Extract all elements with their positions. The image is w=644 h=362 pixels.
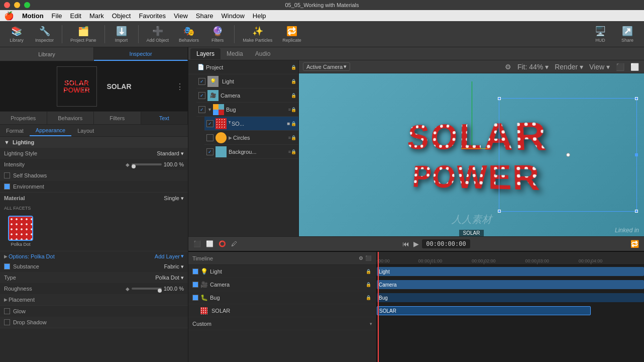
- lighting-header[interactable]: ▼ Lighting: [0, 137, 188, 148]
- timeline-bug-lock[interactable]: 🔒: [365, 294, 372, 301]
- type-value[interactable]: Polka Dot ▾: [155, 275, 184, 281]
- active-camera-dropdown[interactable]: Active Camera ▾: [303, 62, 350, 71]
- material-value[interactable]: Single ▾: [164, 195, 184, 202]
- add-layer-button[interactable]: Add Layer ▾: [155, 253, 184, 259]
- pen-tool[interactable]: 🖊: [230, 239, 238, 248]
- bug-checkbox[interactable]: [198, 106, 205, 113]
- import-button[interactable]: ⬇️ Import: [109, 24, 134, 45]
- audio-tab[interactable]: Audio: [249, 48, 277, 59]
- menu-window[interactable]: Window: [222, 12, 245, 20]
- timeline-track-camera[interactable]: 🎥 Camera 🔒: [188, 278, 376, 291]
- view-grid-btn[interactable]: ⬜: [629, 62, 640, 72]
- layer-circles[interactable]: ▶ Circles ≡ 🔒: [204, 131, 298, 145]
- view-dropdown[interactable]: View ▾: [588, 62, 611, 72]
- behaviors-button[interactable]: 🎭 Behaviors: [175, 24, 203, 45]
- substance-checkbox[interactable]: [4, 263, 10, 269]
- loop-btn[interactable]: 🔁: [629, 239, 640, 249]
- timeline-camera-check[interactable]: [192, 282, 198, 288]
- circle-tool[interactable]: ⭕: [218, 239, 227, 248]
- maximize-button[interactable]: [24, 2, 30, 8]
- minimize-button[interactable]: [14, 2, 20, 8]
- render-dropdown[interactable]: Render ▾: [554, 62, 584, 72]
- intensity-slider[interactable]: [132, 163, 162, 165]
- make-particles-button[interactable]: ✨ Make Particles: [239, 24, 276, 45]
- media-tab[interactable]: Media: [221, 48, 249, 59]
- menu-object[interactable]: Object: [112, 12, 131, 20]
- circles-checkbox[interactable]: [206, 134, 213, 141]
- play-button[interactable]: ▶: [412, 239, 420, 249]
- light-checkbox[interactable]: [198, 78, 205, 85]
- format-sub-tab[interactable]: Format: [0, 125, 30, 136]
- substance-value[interactable]: Fabric ▾: [164, 263, 184, 270]
- facet-item-polka[interactable]: Polka Dot: [8, 216, 33, 247]
- menu-motion[interactable]: Motion: [22, 12, 44, 20]
- preview-drag-handle[interactable]: ⋮: [176, 81, 184, 91]
- hud-button[interactable]: 🖥️ HUD: [588, 24, 613, 45]
- layer-solar-text[interactable]: ᵀ SO... ■ 🔒: [204, 117, 298, 131]
- rect-tool[interactable]: ⬜: [205, 239, 214, 248]
- light-track-bar[interactable]: Light: [377, 267, 644, 276]
- layers-tab[interactable]: Layers: [190, 48, 221, 59]
- close-button[interactable]: [4, 2, 10, 8]
- text-tab[interactable]: Text: [141, 112, 188, 124]
- library-button[interactable]: 📚 Library: [4, 24, 29, 45]
- menu-file[interactable]: File: [52, 12, 62, 20]
- timeline-track-bug[interactable]: 🐛 Bug 🔒: [188, 291, 376, 304]
- add-object-button[interactable]: ➕ Add Object: [143, 24, 173, 45]
- timeline-track-solar[interactable]: SOLAR: [188, 304, 376, 317]
- timeline-track-light[interactable]: 💡 Light 🔒: [188, 265, 376, 278]
- go-to-start-btn[interactable]: ⏮: [401, 239, 410, 249]
- filters-button[interactable]: 🔮 Filters: [205, 24, 230, 45]
- solar-track-bar[interactable]: SOLAR: [377, 306, 591, 315]
- lighting-style-value[interactable]: Standard ▾: [157, 150, 184, 157]
- select-tool[interactable]: ⬛: [192, 239, 202, 248]
- placement-collapse-arrow[interactable]: ▶: [4, 297, 8, 302]
- timeline-light-lock[interactable]: 🔒: [365, 268, 372, 275]
- circles-collapse-arrow[interactable]: ▶: [229, 135, 232, 140]
- timeline-camera-lock[interactable]: 🔒: [365, 281, 372, 288]
- timeline-bug-check[interactable]: [192, 295, 198, 301]
- view-options-btn[interactable]: ⚙: [504, 62, 512, 72]
- layer-background[interactable]: Backgrou... ≡ 🔒: [204, 145, 298, 159]
- project-pane-button[interactable]: 🗂️ Project Pane: [66, 24, 100, 45]
- bug-collapse-arrow[interactable]: ▼: [207, 107, 212, 112]
- menu-favorites[interactable]: Favorites: [139, 12, 165, 20]
- replicate-button[interactable]: 🔁 Replicate: [278, 24, 305, 45]
- timeline-light-check[interactable]: [192, 268, 198, 275]
- camera-track-bar[interactable]: Camera: [377, 280, 644, 289]
- roughness-slider[interactable]: [132, 288, 162, 290]
- menu-share[interactable]: Share: [196, 12, 213, 20]
- custom-dropdown[interactable]: ▾: [370, 321, 372, 326]
- layer-project[interactable]: 📄 Project 🔒: [188, 60, 298, 74]
- drop-shadow-checkbox[interactable]: [4, 319, 10, 325]
- timeline-options-btn[interactable]: ⚙: [358, 254, 364, 262]
- solar-text-checkbox[interactable]: [206, 120, 213, 127]
- self-shadows-checkbox[interactable]: [4, 172, 10, 178]
- inspector-tab[interactable]: Inspector: [94, 47, 188, 61]
- menu-help[interactable]: Help: [253, 12, 266, 20]
- layer-bug[interactable]: ▼ Bug ≡ 🔒: [196, 103, 298, 117]
- fit-dropdown[interactable]: Fit: 44% ▾: [516, 62, 550, 72]
- menu-mark[interactable]: Mark: [89, 12, 104, 20]
- timeline-tracks[interactable]: 00:00:00:00 00:00:01:00 00:00:02:00 00:0…: [377, 252, 644, 362]
- timeline-expand-btn[interactable]: ⬛: [364, 254, 372, 262]
- share-button[interactable]: ↗️ Share: [615, 24, 640, 45]
- properties-tab[interactable]: Properties: [0, 112, 47, 124]
- behaviors-tab[interactable]: Behaviors: [47, 112, 94, 124]
- menu-edit[interactable]: Edit: [70, 12, 81, 20]
- layer-camera[interactable]: 🎥 Camera 🔒: [196, 88, 298, 103]
- inspector-button[interactable]: 🔧 Inspector: [31, 24, 58, 45]
- appearance-sub-tab[interactable]: Appearance: [30, 125, 71, 136]
- playhead[interactable]: [378, 252, 379, 362]
- glow-checkbox[interactable]: [4, 308, 10, 314]
- menu-view[interactable]: View: [174, 12, 188, 20]
- library-tab[interactable]: Library: [0, 47, 94, 61]
- environment-checkbox[interactable]: [4, 184, 10, 190]
- view-3d-btn[interactable]: ⬛: [615, 62, 625, 72]
- bug-track-bar[interactable]: Bug: [377, 293, 644, 302]
- background-checkbox[interactable]: [206, 148, 213, 155]
- options-collapse-arrow[interactable]: ▶: [4, 254, 8, 259]
- filters-tab[interactable]: Filters: [94, 112, 141, 124]
- camera-checkbox[interactable]: [198, 92, 205, 99]
- layout-sub-tab[interactable]: Layout: [71, 125, 100, 136]
